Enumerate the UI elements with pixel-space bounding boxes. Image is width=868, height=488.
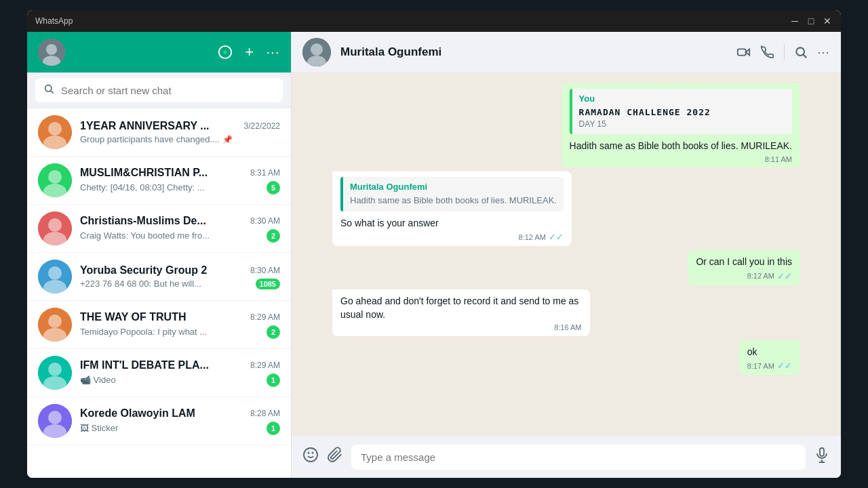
- messages-area: You RAMADAN CHALLENGE 2022 DAY 15 Hadith…: [292, 73, 841, 436]
- chat-list-item-5[interactable]: THE WAY OF TRUTH 8:29 AM Temidayo Popool…: [27, 301, 291, 349]
- message-time-1: 8:11 AM: [765, 155, 792, 165]
- message-time-5: 8:17 AM: [747, 361, 774, 371]
- minimize-button[interactable]: ─: [789, 16, 800, 26]
- maximize-button[interactable]: □: [806, 16, 816, 26]
- svg-point-29: [311, 43, 323, 56]
- quote-sender-2: Muritala Ogunfemi: [350, 181, 557, 193]
- chat-badge: 2: [267, 325, 280, 339]
- svg-point-33: [796, 47, 804, 56]
- search-icon: [43, 83, 54, 97]
- video-call-button[interactable]: [736, 45, 751, 60]
- sidebar-menu-button[interactable]: ⋯: [266, 44, 280, 60]
- message-text-3: Or can I call you in this: [696, 256, 792, 269]
- chat-list-item-1[interactable]: 1YEAR ANNIVERSARY ... 3/22/2022 Group pa…: [27, 108, 291, 157]
- attach-button[interactable]: [327, 447, 343, 467]
- svg-point-14: [48, 218, 62, 232]
- sidebar-header: + ⋯: [27, 32, 291, 73]
- chat-badge: 1: [267, 373, 280, 387]
- contact-info: Muritala Ogunfemi: [340, 45, 727, 59]
- chat-preview: 📹 Video: [80, 375, 116, 385]
- chat-info: IFM INT'L DEBATE PLA... 8:29 AM 📹 Video …: [80, 359, 280, 387]
- message-tick-2: ✓✓: [549, 231, 564, 243]
- chat-time: 8:30 AM: [250, 216, 280, 226]
- status-icon[interactable]: [218, 45, 233, 60]
- title-bar: WhatsApp ─ □ ✕: [27, 10, 841, 32]
- search-input[interactable]: [61, 85, 275, 96]
- mic-button[interactable]: [814, 447, 830, 467]
- chat-top: MUSLIM&CHRISTIAN P... 8:31 AM: [80, 167, 280, 179]
- svg-point-23: [48, 363, 62, 376]
- chat-name: Korede Olawoyin LAM: [80, 407, 195, 420]
- chat-bottom: Group participants have changed....📌: [80, 134, 280, 144]
- sidebar-header-icons: + ⋯: [218, 43, 280, 61]
- chat-top: Christians-Muslims De... 8:30 AM: [80, 215, 280, 227]
- chat-bottom: 📹 Video 1: [80, 373, 280, 387]
- search-bar: [27, 73, 291, 108]
- chat-time: 8:29 AM: [250, 361, 280, 370]
- chat-preview: Group participants have changed....📌: [80, 134, 233, 144]
- chat-time: 8:31 AM: [250, 168, 280, 178]
- chat-avatar: [38, 404, 72, 438]
- chat-badge: 5: [267, 181, 280, 195]
- quote-text-1: RAMADAN CHALLENGE 2022: [579, 106, 785, 119]
- message-input[interactable]: [351, 445, 806, 470]
- close-button[interactable]: ✕: [822, 16, 833, 26]
- chat-name: 1YEAR ANNIVERSARY ...: [80, 120, 210, 132]
- chat-menu-button[interactable]: ⋯: [817, 45, 830, 60]
- chat-avatar: [38, 260, 72, 293]
- chat-search-button[interactable]: [794, 45, 808, 59]
- chat-bottom: Craig Watts: You booted me fro... 2: [80, 229, 280, 243]
- emoji-button[interactable]: [302, 447, 319, 467]
- chat-avatar: [38, 163, 72, 197]
- chat-name: Christians-Muslims De...: [80, 215, 206, 227]
- chat-avatar: [38, 115, 72, 149]
- message-time-2: 8:12 AM: [519, 232, 546, 243]
- message-time-3: 8:12 AM: [747, 271, 774, 281]
- chat-info: MUSLIM&CHRISTIAN P... 8:31 AM Chetty: [0…: [80, 167, 280, 195]
- header-divider: [784, 44, 785, 60]
- chat-time: 3/22/2022: [244, 121, 280, 131]
- search-input-wrap: [35, 78, 283, 102]
- my-avatar[interactable]: [38, 39, 65, 66]
- chat-top: IFM INT'L DEBATE PLA... 8:29 AM: [80, 359, 280, 371]
- chat-info: THE WAY OF TRUTH 8:29 AM Temidayo Popool…: [80, 311, 280, 339]
- chat-top: Korede Olawoyin LAM 8:28 AM: [80, 407, 280, 420]
- chat-name: IFM INT'L DEBATE PLA...: [80, 359, 209, 371]
- svg-rect-38: [820, 448, 824, 456]
- chat-list-item-4[interactable]: Yoruba Security Group 2 8:30 AM +223 76 …: [27, 253, 291, 301]
- message-text-5: ok: [747, 346, 792, 359]
- chat-list-item-2[interactable]: MUSLIM&CHRISTIAN P... 8:31 AM Chetty: [0…: [27, 157, 291, 205]
- chat-panel: Muritala Ogunfemi ⋯: [292, 32, 841, 478]
- chat-time: 8:28 AM: [250, 409, 280, 418]
- chat-top: 1YEAR ANNIVERSARY ... 3/22/2022: [80, 120, 280, 132]
- chat-avatar: [38, 356, 72, 390]
- chat-panel-header: Muritala Ogunfemi ⋯: [292, 32, 841, 73]
- app-title: WhatsApp: [35, 16, 73, 26]
- chat-top: Yoruba Security Group 2 8:30 AM: [80, 264, 280, 277]
- message-text-4: Go ahead and don't forget to record it a…: [340, 295, 582, 321]
- chat-list-item-6[interactable]: IFM INT'L DEBATE PLA... 8:29 AM 📹 Video …: [27, 349, 291, 397]
- chat-bottom: Temidayo Popoola: I pity what ... 2: [80, 325, 280, 339]
- chat-top: THE WAY OF TRUTH 8:29 AM: [80, 311, 280, 323]
- chat-time: 8:29 AM: [250, 312, 280, 322]
- chat-info: 1YEAR ANNIVERSARY ... 3/22/2022 Group pa…: [80, 120, 280, 144]
- new-chat-button[interactable]: +: [245, 43, 254, 61]
- svg-point-35: [304, 448, 317, 462]
- chat-badge: 1085: [256, 279, 280, 289]
- message-1: You RAMADAN CHALLENGE 2022 DAY 15 Hadith…: [332, 83, 800, 167]
- chat-preview: +223 76 84 68 00: But he will...: [80, 279, 201, 289]
- chat-preview: Chetty: [04/16, 08:03] Chetty: ...: [80, 182, 205, 192]
- svg-point-20: [48, 314, 62, 328]
- svg-point-8: [48, 122, 62, 136]
- chat-list-item-7[interactable]: Korede Olawoyin LAM 8:28 AM 🖼 Sticker 1: [27, 397, 291, 445]
- chat-list-item-3[interactable]: Christians-Muslims De... 8:30 AM Craig W…: [27, 205, 291, 253]
- svg-line-34: [804, 54, 807, 58]
- svg-point-26: [48, 411, 62, 424]
- chat-list: 1YEAR ANNIVERSARY ... 3/22/2022 Group pa…: [27, 108, 291, 478]
- chat-bottom: Chetty: [04/16, 08:03] Chetty: ... 5: [80, 181, 280, 195]
- window-controls: ─ □ ✕: [789, 16, 833, 26]
- contact-avatar: [302, 38, 331, 66]
- voice-call-button[interactable]: [761, 45, 774, 59]
- chat-badge: 1: [267, 422, 280, 435]
- quote-text-2: Hadith same as Bible both books of lies.…: [350, 195, 557, 207]
